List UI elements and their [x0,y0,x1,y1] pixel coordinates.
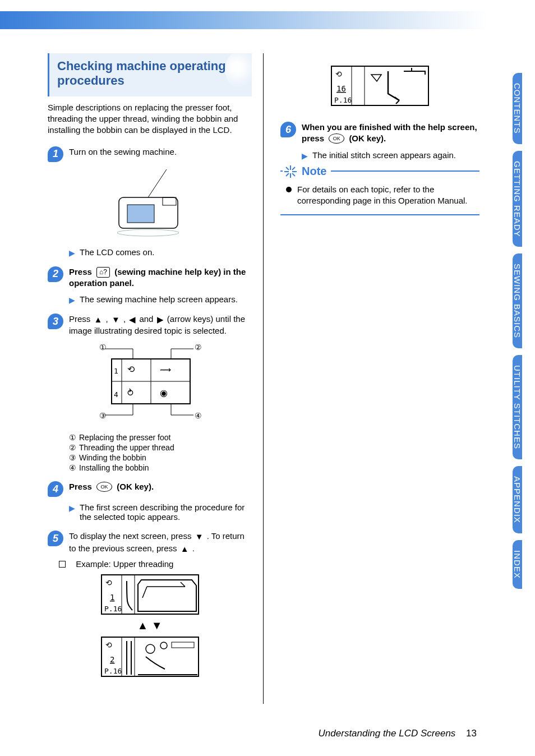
step-number-5: 5 [48,531,63,546]
svg-text:1: 1 [114,367,118,375]
svg-text:⟲: ⟲ [105,578,112,587]
step-4-body: Press OK (OK key). [69,481,252,492]
ok-key-icon: OK [329,133,344,144]
svg-text:⥁: ⥁ [127,388,133,398]
page-header-bar [0,0,488,33]
tab-sewing-basics[interactable]: SEWING BASICS [513,253,522,348]
step-4: 4 Press OK (OK key). [48,481,252,497]
step-2: 2 Press ⌂? (sewing machine help key) in … [48,266,252,289]
svg-text:⟲: ⟲ [335,70,342,79]
example-lcd-3: ⟲ 16 P.16 [331,66,429,106]
note-box: Note For details on each topic, refer to… [280,170,479,216]
step-number-2: 2 [48,266,63,282]
square-bullet-icon [59,561,66,568]
step-5-c: . [192,543,195,553]
svg-line-3 [148,169,167,197]
legend-4: ④Installing the bobbin [69,463,252,472]
ok-key-icon: OK [96,482,112,492]
step-3-b: , [106,314,110,324]
svg-text:◉: ◉ [160,388,168,398]
svg-text:④: ④ [195,411,202,420]
svg-rect-1 [127,205,154,223]
step-5: 5 To display the next screen, press ▼ . … [48,531,252,554]
svg-point-39 [146,644,155,653]
result-arrow-icon: ▶ [69,248,75,257]
step-6-result-text: The initial stitch screen appears again. [312,150,456,160]
svg-text:2: 2 [110,655,114,664]
example-lcd-2: ⟲ 2 P.16 [101,637,199,677]
svg-text:P.16: P.16 [104,605,122,613]
step-4-result-text: The first screen describing the procedur… [80,503,252,522]
step-6-a: When you are finished with the help scre… [302,122,477,143]
note-label: Note [298,165,331,178]
step-6-result: ▶ The initial stitch screen appears agai… [302,150,479,160]
tab-contents[interactable]: CONTENTS [513,73,522,144]
svg-text:②: ② [195,343,202,352]
svg-text:P.16: P.16 [334,96,352,104]
step-1-result-text: The LCD comes on. [80,247,154,257]
right-column: ⟲ 16 P.16 6 When you are finished with t… [264,53,485,704]
help-menu-lcd: ① ② 1 4 ⟲ ⟿ ⥁ ◉ ③ ④ [77,341,223,425]
svg-rect-2 [163,197,176,205]
footer-section: Understanding the LCD Screens [319,728,456,739]
note-text: For details on each topic, refer to the … [297,184,477,207]
step-1: 1 Turn on the sewing machine. [48,146,252,162]
legend-2: ②Threading the upper thread [69,443,252,452]
arrow-down-icon: ▼ [195,531,204,542]
section-title: Checking machine operating procedures [57,59,242,89]
step-4-b: (OK key). [117,482,154,491]
left-column: Checking machine operating procedures Si… [42,53,264,704]
svg-text:1: 1 [110,593,114,602]
step-4-result: ▶ The first screen describing the proced… [69,503,252,522]
result-arrow-icon: ▶ [302,151,308,160]
tab-appendix[interactable]: APPENDIX [513,466,522,533]
svg-text:⟲: ⟲ [105,640,112,649]
step-6: 6 When you are finished with the help sc… [280,122,479,145]
step-number-3: 3 [48,314,63,329]
note-title-row: Note [283,164,477,179]
svg-text:4: 4 [114,390,118,399]
svg-text:①: ① [99,343,107,352]
step-3-legend: ①Replacing the presser foot ②Threading t… [69,433,252,472]
example-text: Example: Upper threading [76,559,173,569]
step-2-text-a: Press [69,267,94,276]
step-2-text-b: (sewing machine help key) in the operati… [69,267,246,288]
step-number-4: 4 [48,481,63,497]
up-down-arrows: ▲ ▼ [48,619,252,632]
tab-utility-stitches[interactable]: UTILITY STITCHES [513,355,522,459]
arrow-up-icon: ▲ [181,543,189,555]
help-key-icon: ⌂? [96,267,110,277]
tab-getting-ready[interactable]: GETTING READY [513,151,522,247]
step-5-body: To display the next screen, press ▼ . To… [69,531,252,554]
sparkle-icon [283,164,298,179]
svg-text:③: ③ [99,411,107,420]
step-6-b: (OK key). [349,133,386,143]
svg-line-52 [286,167,289,170]
tab-index[interactable]: INDEX [513,540,522,589]
example-label: Example: Upper threading [59,559,252,569]
step-2-result: ▶ The sewing machine help screen appears… [69,294,252,305]
result-arrow-icon: ▶ [69,296,75,305]
step-3-a: Press [69,314,93,324]
step-6-body: When you are finished with the help scre… [302,122,479,145]
arrow-right-icon: ▶ [157,314,164,325]
svg-line-54 [292,167,295,170]
section-heading: Checking machine operating procedures [48,53,252,96]
svg-rect-41 [172,642,194,648]
example-lcd-1: ⟲ 1 P.16 [101,574,199,615]
svg-text:P.16: P.16 [104,667,122,675]
step-2-result-text: The sewing machine help screen appears. [80,294,238,304]
legend-1: ①Replacing the presser foot [69,433,252,442]
content-area: Checking machine operating procedures Si… [42,53,485,704]
step-number-6: 6 [280,122,296,137]
svg-point-4 [117,229,179,236]
step-1-text: Turn on the sewing machine. [69,146,252,158]
side-tabs: CONTENTS GETTING READY SEWING BASICS UTI… [513,73,535,596]
result-arrow-icon: ▶ [69,504,75,513]
step-3-body: Press ▲ , ▼ , ◀ and ▶ (arrow keys) until… [69,314,252,336]
sewing-machine-illustration [102,167,197,239]
step-5-a: To display the next screen, press [69,531,194,541]
arrow-left-icon: ◀ [129,314,136,325]
step-3-c: , [123,314,128,324]
legend-3: ③Winding the bobbin [69,453,252,462]
